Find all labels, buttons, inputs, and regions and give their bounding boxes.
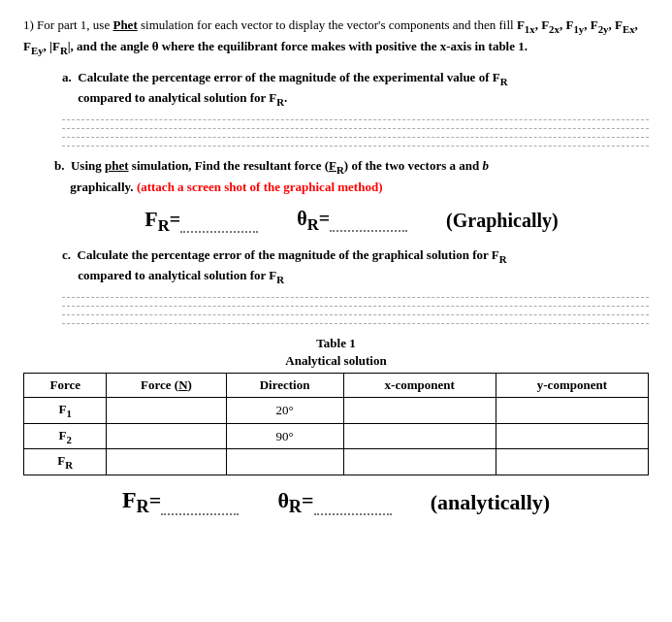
analytic-formula-line: FR= θR= (analytically) <box>23 487 649 517</box>
intro-text1: 1) For part 1, use <box>23 17 112 32</box>
part-b: b. Using phet simulation, Find the resul… <box>54 156 649 235</box>
theta-analytic-value[interactable] <box>314 488 392 515</box>
theta-formula: θR= <box>297 208 407 235</box>
analytical-table: Force Force (N) Direction x-component y-… <box>23 373 649 475</box>
table-row: F1 20° <box>24 398 649 424</box>
dashed-line-c3 <box>62 314 649 315</box>
row3-force-n[interactable] <box>107 449 226 475</box>
phet-underline: phet <box>105 158 129 173</box>
part-a: a. Calculate the percentage error of the… <box>62 68 649 147</box>
row3-x[interactable] <box>343 449 496 475</box>
part-a-answer-lines <box>62 119 649 147</box>
dashed-line-a2 <box>62 128 649 129</box>
dashed-line-a4 <box>62 146 649 147</box>
part-c-text: c. Calculate the percentage error of the… <box>62 246 649 288</box>
col-direction: Direction <box>226 374 343 398</box>
main-content: 1) For part 1, use Phet simulation for e… <box>23 16 649 517</box>
table-section: Table 1 Analytical solution Force Force … <box>23 336 649 475</box>
row1-x[interactable] <box>343 398 496 424</box>
row2-force: F2 <box>24 423 107 449</box>
row3-y[interactable] <box>496 449 648 475</box>
FR-analytic: FR= <box>122 487 239 517</box>
part-c: c. Calculate the percentage error of the… <box>62 246 649 325</box>
col-force: Force <box>24 374 107 398</box>
attach-note: (attach a screen shot of the graphical m… <box>137 180 383 194</box>
row1-force-n[interactable] <box>107 398 226 424</box>
col-y: y-component <box>496 374 648 398</box>
formula-b-line: FR= θR= (Graphically) <box>54 207 649 236</box>
phet-label: Phet <box>112 17 137 32</box>
dashed-line-c4 <box>62 323 649 324</box>
intro-paragraph: 1) For part 1, use Phet simulation for e… <box>23 16 649 58</box>
row1-y[interactable] <box>496 398 648 424</box>
row1-direction: 20° <box>226 398 343 424</box>
dashed-line-a3 <box>62 137 649 138</box>
table-row: F2 90° <box>24 423 649 449</box>
graphically-label: (Graphically) <box>446 210 559 232</box>
dashed-line-c1 <box>62 297 649 298</box>
table-subtitle: Analytical solution <box>23 353 649 369</box>
FR-analytic-value[interactable] <box>161 488 239 515</box>
col-force-n: Force (N) <box>107 374 226 398</box>
row2-direction: 90° <box>226 423 343 449</box>
FR-value-b[interactable] <box>180 209 258 233</box>
table-header-row: Force Force (N) Direction x-component y-… <box>24 374 649 398</box>
row3-direction[interactable] <box>226 449 343 475</box>
row3-force: FR <box>24 449 107 475</box>
part-b-text: b. Using phet simulation, Find the resul… <box>54 156 649 196</box>
FR-formula: FR= <box>144 207 258 236</box>
table-row: FR <box>24 449 649 475</box>
dashed-line-c2 <box>62 306 649 307</box>
table-title: Table 1 <box>23 336 649 351</box>
row2-force-n[interactable] <box>107 423 226 449</box>
dashed-line-a1 <box>62 119 649 120</box>
theta-value-b[interactable] <box>330 208 407 232</box>
part-a-text: a. Calculate the percentage error of the… <box>62 68 649 111</box>
analytically-label: (analytically) <box>431 490 550 515</box>
theta-analytic: θR= <box>277 488 391 517</box>
row2-x[interactable] <box>343 423 496 449</box>
col-x: x-component <box>343 374 496 398</box>
intro-text2: simulation for each vector to display th… <box>138 17 517 32</box>
row1-force: F1 <box>24 398 107 424</box>
part-c-answer-lines <box>62 297 649 324</box>
row2-y[interactable] <box>496 423 648 449</box>
